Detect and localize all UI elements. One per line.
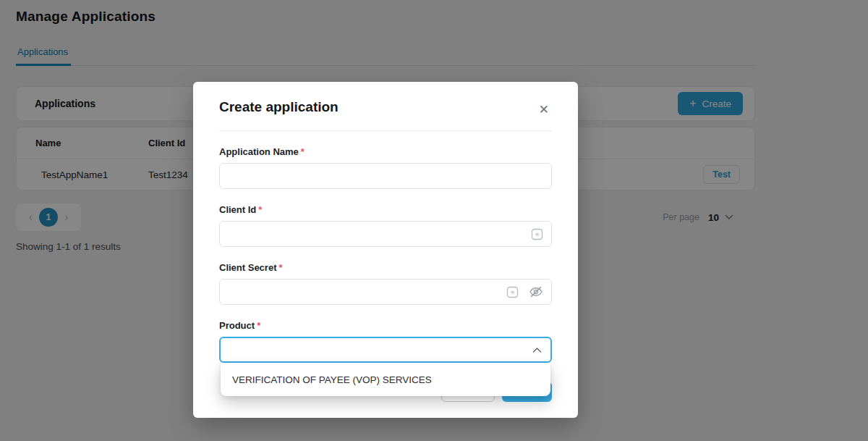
client-secret-field-wrap: ✳	[219, 279, 552, 305]
product-select[interactable]: VERIFICATION OF PAYEE (VOP) SERVICES	[219, 337, 552, 363]
product-option-vop[interactable]: VERIFICATION OF PAYEE (VOP) SERVICES	[221, 363, 550, 396]
client-secret-label: Client Secret*	[219, 262, 552, 273]
modal-header-divider	[219, 130, 552, 131]
create-application-modal: Create application ✕ Application Name* C…	[193, 82, 578, 418]
product-label: Product*	[219, 320, 552, 331]
client-id-label-text: Client Id	[219, 204, 256, 215]
required-mark: *	[301, 146, 305, 157]
generate-icon[interactable]: ✳	[531, 228, 543, 240]
client-secret-label-text: Client Secret	[219, 262, 276, 273]
required-mark: *	[278, 262, 282, 273]
application-name-input[interactable]	[219, 163, 552, 189]
close-icon[interactable]: ✕	[536, 101, 552, 119]
client-id-field-wrap: ✳	[219, 221, 552, 247]
client-secret-input[interactable]	[219, 279, 552, 305]
modal-header: Create application ✕	[193, 82, 578, 119]
application-name-label: Application Name*	[219, 146, 552, 157]
chevron-up-icon	[532, 347, 542, 353]
eye-off-icon[interactable]	[529, 285, 543, 298]
application-name-field-wrap	[219, 163, 552, 189]
product-label-text: Product	[219, 320, 255, 331]
modal-title: Create application	[219, 99, 339, 115]
application-name-label-text: Application Name	[219, 146, 299, 157]
client-id-field-icons: ✳	[531, 221, 543, 247]
product-dropdown: VERIFICATION OF PAYEE (VOP) SERVICES	[221, 363, 550, 396]
generate-icon[interactable]: ✳	[506, 286, 519, 298]
client-id-input[interactable]	[219, 221, 552, 247]
required-mark: *	[257, 320, 260, 331]
svg-text:✳: ✳	[510, 288, 516, 295]
required-mark: *	[258, 204, 262, 215]
client-secret-field-icons: ✳	[506, 279, 543, 305]
modal-body: Application Name* Client Id* ✳ Client Se…	[193, 146, 578, 363]
svg-text:✳: ✳	[535, 230, 540, 238]
client-id-label: Client Id*	[219, 204, 552, 215]
